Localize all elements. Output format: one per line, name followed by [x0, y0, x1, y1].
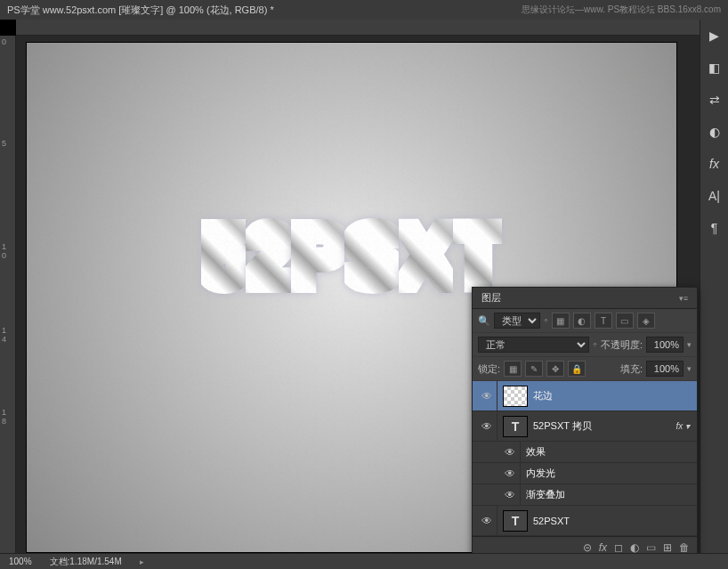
opacity-input[interactable] — [646, 337, 684, 353]
layer-name[interactable]: 花边 — [533, 389, 693, 402]
blend-mode-select[interactable]: 正常 — [478, 337, 589, 353]
layer-name[interactable]: 52PSXT 拷贝 — [533, 419, 670, 433]
horizontal-ruler — [16, 20, 700, 36]
effect-label: 内发光 — [526, 467, 693, 480]
filter-smart-icon[interactable]: ◈ — [637, 313, 655, 329]
paragraph-icon[interactable]: ¶ — [704, 217, 725, 239]
filter-text-icon[interactable]: T — [595, 313, 612, 329]
link-layers-icon[interactable]: ⊝ — [583, 541, 592, 554]
filter-shape-icon[interactable]: ▭ — [616, 313, 634, 329]
filter-type-select[interactable]: 类型 — [494, 313, 540, 329]
filter-row: 🔍 类型 ÷ ▦ ◐ T ▭ ◈ — [473, 309, 697, 333]
character-icon[interactable]: A| — [704, 185, 725, 207]
adjustments-icon[interactable]: ◐ — [704, 121, 725, 142]
lock-pixels-icon[interactable]: ✎ — [525, 361, 543, 377]
lock-position-icon[interactable]: ✥ — [546, 361, 564, 377]
filter-pixel-icon[interactable]: ▦ — [552, 313, 570, 329]
effect-gradient-row[interactable]: 👁 渐变叠加 — [473, 484, 697, 506]
art-char-s: S — [344, 208, 399, 305]
status-menu-icon[interactable]: ▸ — [140, 557, 144, 566]
visibility-icon[interactable]: 👁 — [499, 484, 521, 505]
new-adjust-icon[interactable]: ◐ — [630, 541, 639, 554]
new-group-icon[interactable]: ▭ — [646, 541, 656, 554]
artwork-text: 5 2 P S X T — [201, 208, 502, 305]
title-bar: PS学堂 www.52psxt.com [璀璨文字] @ 100% (花边, R… — [0, 0, 728, 20]
lock-label: 锁定: — [478, 362, 500, 376]
panel-title: 图层 — [481, 291, 501, 305]
watermark-text: 思缘设计论坛—www. PS教程论坛 BBS.16xx8.com — [522, 4, 721, 16]
color-swatch-icon[interactable]: ◧ — [704, 57, 725, 78]
chevron-down-icon[interactable]: ÷ — [544, 316, 548, 325]
fill-input[interactable] — [646, 361, 684, 377]
filter-adjust-icon[interactable]: ◐ — [573, 313, 591, 329]
blend-row: 正常 ÷ 不透明度: ▾ — [473, 333, 697, 357]
effect-label: 渐变叠加 — [526, 488, 693, 501]
fx-badge[interactable]: fx ▾ — [675, 421, 690, 431]
effects-row[interactable]: 👁 效果 — [473, 442, 697, 463]
art-char-x: X — [399, 208, 453, 305]
layer-thumbnail[interactable]: T — [503, 416, 528, 437]
layers-panel: 图层 ▾≡ 🔍 类型 ÷ ▦ ◐ T ▭ ◈ 正常 ÷ 不透明度: ▾ 锁定: … — [472, 287, 698, 558]
new-layer-icon[interactable]: ⊞ — [663, 541, 672, 554]
art-char-p: P — [291, 208, 345, 305]
layer-list: 👁 花边 👁 T 52PSXT 拷贝 fx ▾ 👁 效果 👁 内发光 👁 渐变叠… — [473, 381, 697, 536]
fill-dropdown-icon[interactable]: ▾ — [687, 364, 692, 373]
effect-label: 效果 — [526, 445, 693, 459]
add-fx-icon[interactable]: fx — [599, 541, 607, 554]
layer-thumbnail[interactable]: T — [503, 510, 528, 532]
zoom-level[interactable]: 100% — [9, 557, 32, 566]
art-char-2: 2 — [246, 208, 290, 305]
layer-row[interactable]: 👁 T 52PSXT — [473, 506, 697, 536]
play-icon[interactable]: ▶ — [704, 25, 725, 46]
effect-inner-glow-row[interactable]: 👁 内发光 — [473, 463, 697, 484]
layer-thumbnail[interactable] — [503, 386, 528, 407]
visibility-icon[interactable]: 👁 — [476, 506, 497, 535]
document-title: PS学堂 www.52psxt.com [璀璨文字] @ 100% (花边, R… — [7, 4, 274, 17]
lock-all-icon[interactable]: 🔒 — [568, 361, 586, 377]
panel-header: 图层 ▾≡ — [473, 288, 697, 309]
vertical-ruler: 0 5 10 14 18 — [0, 36, 16, 553]
delete-layer-icon[interactable]: 🗑 — [679, 541, 690, 554]
opacity-dropdown-icon[interactable]: ▾ — [687, 340, 692, 349]
layer-row[interactable]: 👁 花边 — [473, 381, 697, 411]
layer-row[interactable]: 👁 T 52PSXT 拷贝 fx ▾ — [473, 411, 697, 442]
visibility-icon[interactable]: 👁 — [499, 463, 521, 484]
add-mask-icon[interactable]: ◻ — [614, 541, 623, 554]
swap-colors-icon[interactable]: ⇄ — [704, 89, 725, 110]
visibility-icon[interactable]: 👁 — [476, 411, 497, 441]
right-toolbar: ▶ ◧ ⇄ ◐ fx A| ¶ — [700, 20, 728, 553]
art-char-5: 5 — [201, 208, 246, 305]
visibility-icon[interactable]: 👁 — [476, 381, 497, 410]
status-bar: 100% 文档:1.18M/1.54M ▸ — [0, 553, 728, 569]
search-icon[interactable]: 🔍 — [478, 315, 490, 327]
fill-label: 填充: — [620, 362, 643, 376]
lock-transparent-icon[interactable]: ▦ — [504, 361, 522, 377]
document-info: 文档:1.18M/1.54M — [50, 556, 122, 568]
panel-menu-icon[interactable]: ▾≡ — [679, 294, 688, 303]
styles-icon[interactable]: fx — [704, 153, 725, 175]
opacity-label: 不透明度: — [601, 338, 643, 352]
layer-name[interactable]: 52PSXT — [533, 516, 693, 526]
visibility-icon[interactable]: 👁 — [499, 442, 521, 462]
lock-row: 锁定: ▦ ✎ ✥ 🔒 填充: ▾ — [473, 357, 697, 381]
